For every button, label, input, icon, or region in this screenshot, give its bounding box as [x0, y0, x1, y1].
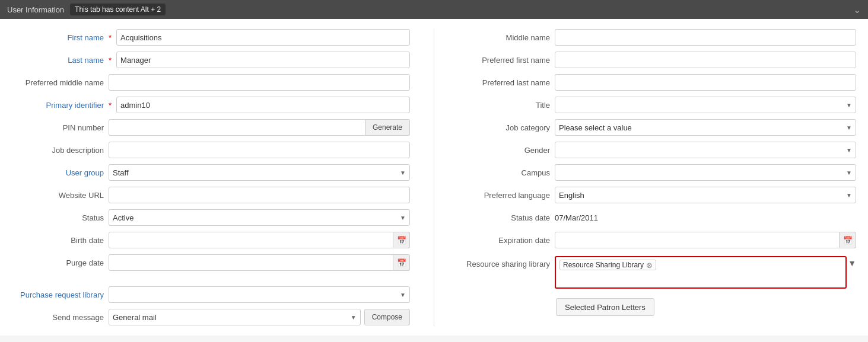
- purchase-req-label: Purchase request library: [12, 290, 104, 299]
- user-group-row: User group Staff ▼: [12, 164, 410, 181]
- purchase-req-select[interactable]: [109, 287, 409, 302]
- preferred-lang-row: Preferred language English ▼: [458, 186, 856, 204]
- middle-name-label: Middle name: [458, 33, 550, 42]
- purge-date-group: 📅: [109, 254, 410, 271]
- preferred-last-row: Preferred last name: [458, 73, 856, 91]
- primary-id-label: Primary identifier: [12, 101, 104, 110]
- expiration-date-calendar-button[interactable]: 📅: [840, 232, 856, 248]
- job-desc-label: Job description: [12, 146, 104, 155]
- job-desc-input[interactable]: [109, 142, 410, 158]
- user-group-select[interactable]: Staff: [109, 165, 409, 180]
- preferred-lang-select[interactable]: English: [555, 187, 856, 203]
- purge-date-row: Purge date 📅: [12, 254, 410, 271]
- preferred-middle-label: Preferred middle name: [12, 78, 104, 87]
- job-desc-row: Job description: [12, 141, 410, 159]
- birth-date-calendar-button[interactable]: 📅: [393, 232, 410, 248]
- last-name-label: Last name: [12, 56, 104, 65]
- title-select[interactable]: [555, 97, 856, 113]
- gender-select[interactable]: [555, 142, 856, 158]
- gender-row: Gender ▼: [458, 141, 856, 159]
- resource-sharing-group: Resource Sharing Library ⊗ ▼: [555, 256, 856, 289]
- primary-id-required: *: [109, 101, 112, 110]
- preferred-first-row: Preferred first name: [458, 51, 856, 69]
- preferred-first-label: Preferred first name: [458, 56, 550, 65]
- website-url-label: Website URL: [12, 191, 104, 200]
- purge-date-label: Purge date: [12, 258, 104, 267]
- job-category-select-wrapper[interactable]: Please select a value ▼: [555, 119, 856, 136]
- collapse-icon[interactable]: ⌄: [853, 4, 861, 15]
- status-date-value: 07/Mar/2011: [555, 213, 598, 222]
- expiration-date-group: 📅: [555, 232, 856, 248]
- purge-date-calendar-icon: 📅: [397, 258, 406, 267]
- tooltip-badge: This tab has content Alt + 2: [70, 4, 166, 15]
- purchase-req-select-wrapper[interactable]: ▼: [109, 286, 410, 303]
- send-message-select[interactable]: General mail: [109, 309, 360, 325]
- selected-patron-row: Selected Patron Letters: [556, 296, 856, 316]
- preferred-first-input[interactable]: [555, 52, 856, 68]
- purge-date-calendar-button[interactable]: 📅: [393, 254, 410, 271]
- campus-select[interactable]: [555, 165, 856, 180]
- status-date-row: Status date 07/Mar/2011: [458, 209, 856, 226]
- left-column: First name * Last name * Preferred middl…: [12, 28, 410, 326]
- user-group-select-wrapper[interactable]: Staff ▼: [109, 164, 410, 181]
- primary-id-input[interactable]: [116, 97, 410, 113]
- compose-button[interactable]: Compose: [364, 309, 410, 325]
- spacer: [12, 276, 410, 281]
- form-container: First name * Last name * Preferred middl…: [0, 19, 868, 335]
- resource-sharing-remove-icon[interactable]: ⊗: [646, 261, 653, 269]
- resource-sharing-label: Resource sharing library: [458, 256, 550, 269]
- preferred-lang-select-wrapper[interactable]: English ▼: [555, 187, 856, 203]
- send-message-label: Send message: [12, 313, 104, 322]
- birth-date-label: Birth date: [12, 236, 104, 245]
- last-name-input[interactable]: [116, 52, 410, 68]
- resource-sharing-field[interactable]: Resource Sharing Library ⊗: [555, 256, 847, 289]
- purchase-req-row: Purchase request library ▼: [12, 286, 410, 303]
- website-url-input[interactable]: [109, 187, 410, 203]
- first-name-input[interactable]: [116, 29, 410, 46]
- gender-label: Gender: [458, 146, 550, 155]
- title-select-wrapper[interactable]: ▼: [555, 97, 856, 113]
- status-select[interactable]: Active: [109, 210, 409, 225]
- resource-sharing-chevron: ▼: [848, 258, 856, 268]
- title-row: Title ▼: [458, 96, 856, 114]
- status-select-wrapper[interactable]: Active ▼: [109, 209, 410, 226]
- first-name-required: *: [109, 33, 112, 42]
- expiration-date-input[interactable]: [555, 232, 840, 248]
- expiration-date-label: Expiration date: [458, 236, 550, 245]
- column-divider: [434, 28, 434, 326]
- resource-sharing-tag-label: Resource Sharing Library: [563, 261, 644, 269]
- pin-input[interactable]: [109, 119, 365, 136]
- middle-name-input[interactable]: [555, 29, 856, 46]
- birth-date-input[interactable]: [109, 232, 393, 248]
- status-row: Status Active ▼: [12, 209, 410, 226]
- status-label: Status: [12, 213, 104, 222]
- tab-label: User Information: [7, 5, 64, 14]
- job-category-label: Job category: [458, 123, 550, 132]
- preferred-middle-input[interactable]: [109, 74, 410, 91]
- preferred-last-label: Preferred last name: [458, 78, 550, 87]
- pin-label: PIN number: [12, 123, 104, 132]
- preferred-last-input[interactable]: [555, 74, 856, 91]
- job-category-select[interactable]: Please select a value: [555, 120, 856, 135]
- right-column: Middle name Preferred first name Preferr…: [458, 28, 856, 326]
- status-date-label: Status date: [458, 213, 550, 222]
- resource-sharing-row: Resource sharing library Resource Sharin…: [458, 256, 856, 289]
- middle-name-row: Middle name: [458, 28, 856, 46]
- last-name-row: Last name *: [12, 51, 410, 69]
- send-message-select-wrapper[interactable]: General mail ▼: [109, 309, 361, 325]
- job-category-row: Job category Please select a value ▼: [458, 119, 856, 136]
- preferred-lang-label: Preferred language: [458, 191, 550, 200]
- selected-patron-button[interactable]: Selected Patron Letters: [556, 298, 654, 316]
- primary-id-row: Primary identifier *: [12, 96, 410, 114]
- resource-sharing-tag: Resource Sharing Library ⊗: [559, 260, 656, 270]
- first-name-row: First name *: [12, 28, 410, 46]
- send-message-row: Send message General mail ▼ Compose: [12, 308, 410, 326]
- send-message-group: General mail ▼ Compose: [109, 309, 410, 325]
- title-label: Title: [458, 101, 550, 110]
- generate-button[interactable]: Generate: [365, 119, 410, 136]
- purge-date-input[interactable]: [109, 254, 393, 271]
- pin-input-group: Generate: [109, 119, 410, 136]
- birth-date-row: Birth date 📅: [12, 231, 410, 249]
- gender-select-wrapper[interactable]: ▼: [555, 142, 856, 158]
- campus-select-wrapper[interactable]: ▼: [555, 164, 856, 181]
